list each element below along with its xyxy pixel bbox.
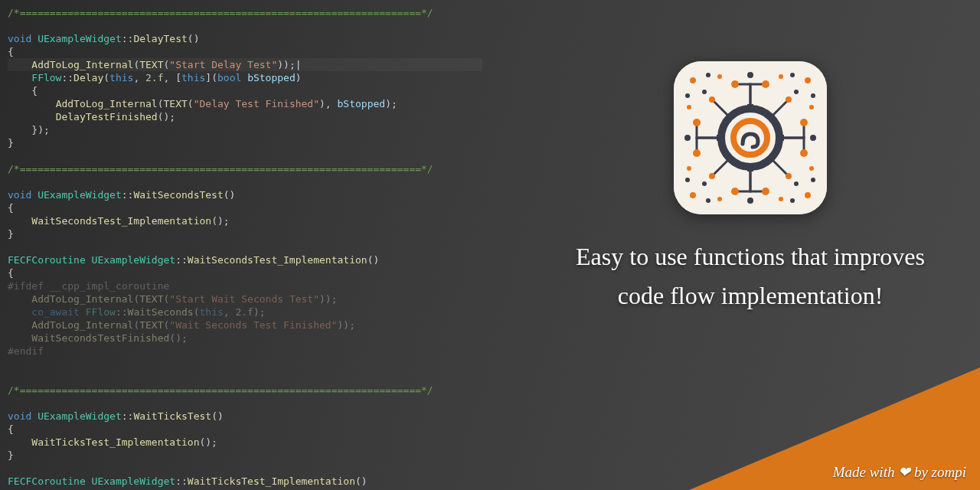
code-line: /*======================================… [8, 6, 482, 19]
code-line: { [8, 423, 482, 436]
right-panel: Easy to use functions that improves code… [567, 61, 934, 315]
svg-point-44 [811, 178, 815, 182]
code-line: WaitSecondsTest_Implementation(); [8, 214, 482, 227]
svg-point-30 [779, 197, 783, 201]
code-line [8, 19, 482, 32]
code-line [8, 358, 482, 371]
svg-point-11 [693, 119, 701, 126]
svg-point-25 [687, 105, 691, 109]
code-line [8, 240, 482, 253]
code-line: WaitSecondsTestFinished(); [8, 332, 482, 345]
code-line [8, 397, 482, 410]
code-line: AddToLog_Internal(TEXT("Start Delay Test… [8, 58, 482, 71]
svg-point-33 [684, 135, 691, 141]
code-line: AddToLog_Internal(TEXT("Delay Test Finis… [8, 97, 482, 110]
svg-point-14 [800, 149, 808, 157]
svg-point-43 [685, 178, 690, 182]
svg-point-41 [685, 93, 690, 98]
svg-point-42 [811, 93, 815, 98]
code-line [8, 371, 482, 384]
code-line: }); [8, 123, 482, 136]
svg-point-39 [706, 73, 710, 77]
code-line: #ifdef __cpp_impl_coroutine [8, 279, 482, 292]
code-line: co_await FFlow::WaitSeconds(this, 2.f); [8, 305, 482, 318]
svg-rect-3 [747, 104, 753, 112]
code-line [8, 462, 482, 475]
svg-point-7 [731, 80, 739, 88]
svg-point-37 [702, 181, 707, 186]
code-line: WaitTicksTest_Implementation(); [8, 436, 482, 449]
svg-point-13 [800, 119, 808, 126]
code-line: void UExampleWidget::WaitSecondsTest() [8, 188, 482, 201]
svg-point-27 [687, 166, 691, 171]
code-line: #endif [8, 345, 482, 358]
code-line: void UExampleWidget::DelayTest() [8, 32, 482, 45]
svg-rect-5 [717, 135, 724, 141]
svg-point-40 [790, 73, 795, 77]
tagline-text: Easy to use functions that improves code… [567, 237, 934, 315]
svg-point-29 [717, 197, 722, 201]
svg-point-24 [779, 74, 783, 79]
svg-point-17 [709, 173, 715, 179]
code-line: { [8, 266, 482, 279]
code-line: } [8, 136, 482, 149]
svg-rect-6 [776, 135, 784, 141]
code-snippet: /*======================================… [0, 0, 490, 490]
svg-point-26 [809, 105, 814, 109]
code-line [8, 149, 482, 162]
code-line: FECFCoroutine UExampleWidget::WaitTicksT… [8, 475, 482, 488]
svg-point-8 [762, 80, 769, 88]
credit-text: Made with ❤ by zompi [833, 463, 966, 481]
svg-point-45 [706, 198, 710, 203]
svg-point-18 [786, 173, 792, 179]
product-logo [674, 61, 827, 214]
code-line: DelayTestFinished(); [8, 110, 482, 123]
code-line: /*======================================… [8, 162, 482, 175]
svg-point-36 [794, 90, 799, 94]
code-line: AddToLog_Internal(TEXT("Start Wait Secon… [8, 292, 482, 305]
svg-point-19 [690, 77, 696, 83]
svg-point-31 [747, 72, 753, 78]
code-line: AddToLog_Internal(TEXT("Wait Seconds Tes… [8, 318, 482, 332]
svg-point-38 [794, 181, 799, 186]
svg-point-28 [809, 166, 814, 171]
svg-point-9 [731, 188, 739, 195]
svg-point-32 [747, 198, 753, 204]
code-line: void UExampleWidget::WaitTicksTest() [8, 410, 482, 423]
code-line [8, 175, 482, 188]
svg-point-20 [805, 77, 811, 83]
svg-point-15 [709, 96, 715, 103]
svg-point-46 [790, 198, 795, 203]
svg-point-34 [810, 135, 816, 141]
code-line: { [8, 45, 482, 58]
code-line: /*======================================… [8, 384, 482, 397]
svg-point-23 [717, 74, 722, 79]
svg-point-16 [786, 96, 792, 103]
code-line: { [8, 84, 482, 97]
code-line: FFlow::Delay(this, 2.f, [this](bool bSto… [8, 71, 482, 84]
svg-rect-4 [747, 164, 753, 172]
svg-point-21 [690, 192, 696, 198]
code-line: { [8, 201, 482, 214]
svg-point-10 [762, 188, 769, 195]
svg-point-22 [805, 192, 811, 198]
svg-point-12 [693, 149, 701, 157]
code-line: } [8, 227, 482, 240]
code-line: FECFCoroutine UExampleWidget::WaitSecond… [8, 253, 482, 266]
svg-point-35 [702, 90, 707, 94]
code-line: } [8, 449, 482, 462]
